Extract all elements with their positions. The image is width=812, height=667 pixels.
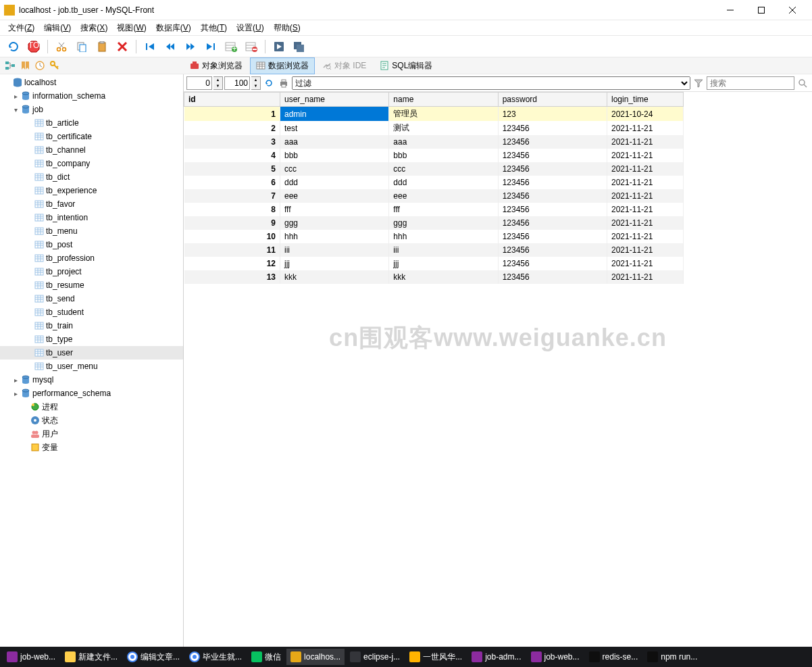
col-name[interactable]: name [389,93,498,107]
task-微信[interactable]: 微信 [247,649,285,666]
limit-input[interactable] [224,76,250,90]
next-icon[interactable] [182,39,199,55]
paste-icon[interactable] [94,39,110,55]
tree-tb_send[interactable]: tb_send [0,292,183,305]
last-icon[interactable] [203,39,219,55]
tree-tb_post[interactable]: tb_post [0,238,183,251]
menu-编辑[interactable]: 编辑(V) [40,21,75,35]
tree-information_schema[interactable]: ▸information_schema [0,89,183,103]
tree-panel[interactable]: localhost▸information_schema▾jobtb_artic… [0,74,184,647]
refresh-data-icon[interactable] [262,76,276,90]
menu-文件[interactable]: 文件(Z) [4,21,39,35]
table-row[interactable]: 4bbbbbb1234562021-11-21 [184,149,684,162]
close-button[interactable] [777,0,808,20]
tree-用户[interactable]: 用户 [0,427,183,441]
tree-performance_schema[interactable]: ▸performance_schema [0,387,183,400]
key-icon[interactable] [49,59,61,72]
search-icon[interactable] [796,76,809,90]
tree-tb_student[interactable]: tb_student [0,305,183,319]
clock-icon[interactable] [34,59,46,72]
task-eclipse-j...[interactable]: eclipse-j... [346,649,404,665]
table-row[interactable]: 5cccccc1234562021-11-21 [184,162,684,176]
first-icon[interactable] [142,39,158,55]
task-redis-se...[interactable]: redis-se... [585,649,642,665]
tree-tb_article[interactable]: tb_article [0,116,183,130]
table-row[interactable]: 1admin管理员1232021-10-24 [184,107,684,122]
delete-icon[interactable] [114,39,130,55]
limit-spinner[interactable]: ▲▼ [251,76,261,90]
tree-tb_menu[interactable]: tb_menu [0,224,183,238]
table-row[interactable]: 2test测试1234562021-11-21 [184,121,684,135]
menu-数据库[interactable]: 数据库(V) [152,21,195,35]
tree-tb_profession[interactable]: tb_profession [0,251,183,265]
tree-tb_train[interactable]: tb_train [0,319,183,332]
tree-tb_company[interactable]: tb_company [0,157,183,170]
offset-input[interactable] [186,76,212,90]
menu-帮助[interactable]: 帮助(S) [270,21,305,35]
delete-row-icon[interactable] [243,39,259,55]
menu-其他[interactable]: 其他(T) [197,21,231,35]
search-input[interactable] [707,76,794,90]
task-job-adm...[interactable]: job-adm... [467,649,525,665]
task-新建文件...[interactable]: 新建文件... [61,649,122,666]
tree-tb_intention[interactable]: tb_intention [0,211,183,224]
col-password[interactable]: password [498,93,607,107]
table-row[interactable]: 9gggggg1234562021-11-21 [184,216,684,230]
tree-进程[interactable]: 进程 [0,400,183,414]
insert-row-icon[interactable]: + [223,39,239,55]
tab-object-ide[interactable]: 对象 IDE [316,57,372,74]
prev-icon[interactable] [162,39,178,55]
tree-tb_user_menu[interactable]: tb_user_menu [0,360,183,373]
menu-设置[interactable]: 设置(U) [232,21,268,35]
tree-tb_dict[interactable]: tb_dict [0,170,183,184]
task-job-web...[interactable]: job-web... [3,649,59,665]
tree-tb_project[interactable]: tb_project [0,265,183,278]
task-毕业生就...[interactable]: 毕业生就... [185,649,246,666]
menu-视图[interactable]: 视图(W) [113,21,150,35]
col-login_time[interactable]: login_time [607,93,684,107]
task-job-web...[interactable]: job-web... [527,649,584,665]
execute-all-icon[interactable] [291,39,307,55]
minimize-button[interactable] [715,0,746,20]
table-row[interactable]: 6dddddd1234562021-11-21 [184,176,684,189]
tree-状态[interactable]: 状态 [0,414,183,427]
tree-tb_experience[interactable]: tb_experience [0,184,183,197]
filter-icon[interactable] [692,76,705,90]
task-localhos...[interactable]: localhos... [286,649,345,665]
tree-tb_channel[interactable]: tb_channel [0,143,183,157]
menu-搜索[interactable]: 搜索(X) [76,21,111,35]
task-npm run...[interactable]: npm run... [643,649,701,665]
filter-input[interactable]: 过滤 [292,76,690,90]
cut-icon[interactable] [53,39,70,55]
tree-tb_certificate[interactable]: tb_certificate [0,130,183,143]
copy-icon[interactable] [74,39,90,55]
col-user_name[interactable]: user_name [280,93,388,107]
bookmark-icon[interactable] [19,59,31,72]
tree-tb_user[interactable]: tb_user [0,346,183,360]
table-row[interactable]: 13kkkkkk1234562021-11-21 [184,270,684,284]
table-row[interactable]: 11iiiiii1234562021-11-21 [184,243,684,257]
table-row[interactable]: 3aaaaaa1234562021-11-21 [184,135,684,149]
tab-data-browser[interactable]: 数据浏览器 [250,57,315,74]
stop-icon[interactable]: STOP [26,39,42,55]
tree-变量[interactable]: 变量 [0,441,183,454]
tree-mysql[interactable]: ▸mysql [0,373,183,387]
table-row[interactable]: 10hhhhhh1234562021-11-21 [184,230,684,243]
offset-spinner[interactable]: ▲▼ [213,76,223,90]
execute-icon[interactable] [271,39,287,55]
table-row[interactable]: 12jjjjjj1234562021-11-21 [184,257,684,270]
task-编辑文章...[interactable]: 编辑文章... [123,649,184,666]
table-wrap[interactable]: iduser_namenamepasswordlogin_time1admin管… [184,92,812,647]
refresh-icon[interactable] [5,39,22,55]
tree-tb_type[interactable]: tb_type [0,332,183,346]
tab-sql-editor[interactable]: SQL编辑器 [374,57,438,74]
col-id[interactable]: id [184,93,280,107]
tree-tb_resume[interactable]: tb_resume [0,278,183,292]
table-row[interactable]: 8ffffff1234562021-11-21 [184,203,684,216]
tab-object-browser[interactable]: 对象浏览器 [184,57,249,74]
tree-localhost[interactable]: localhost [0,76,183,89]
print-icon[interactable] [277,76,290,90]
tree-job[interactable]: ▾job [0,103,183,116]
table-row[interactable]: 7eeeeee1234562021-11-21 [184,189,684,203]
tree-tb_favor[interactable]: tb_favor [0,197,183,211]
